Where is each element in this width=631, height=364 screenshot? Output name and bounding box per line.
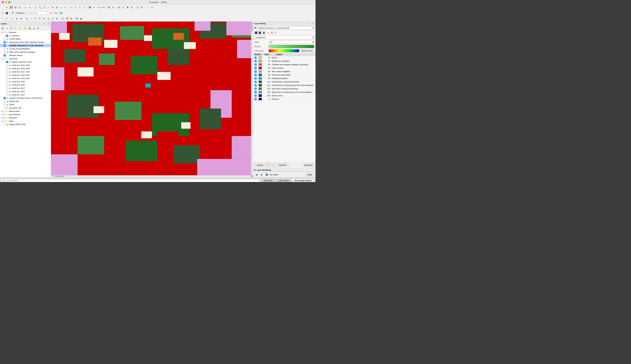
legend-swatch-5[interactable] xyxy=(259,74,262,76)
legend-check-7[interactable] xyxy=(255,81,257,83)
edit-btn2[interactable]: ✎ xyxy=(49,11,53,15)
add-ring-btn[interactable]: ◎ xyxy=(46,16,50,20)
legend-row-12[interactable]: 0 Unknown xyxy=(253,98,315,101)
classify-btn[interactable]: Classify xyxy=(255,164,265,167)
legend-row-3[interactable]: 50 Urban / built up xyxy=(253,66,315,70)
layer-check-land_cover[interactable] xyxy=(3,58,5,60)
save-project-btn[interactable]: 💾 xyxy=(9,6,13,9)
layer-check-reprojected_hrsl[interactable] xyxy=(4,41,6,43)
measure-btn[interactable]: 📏 xyxy=(82,6,86,9)
layer-check-zonal_stats[interactable] xyxy=(3,114,5,116)
field-calc-btn[interactable]: 🖩 xyxy=(126,6,130,9)
draw-line-btn[interactable]: ╱ xyxy=(5,16,9,20)
layer-check-lc2018_3106[interactable] xyxy=(6,68,8,70)
bookmark-btn[interactable]: 🔖 xyxy=(107,6,111,9)
legend-row-10[interactable]: 126 Open forest, not matching any of the… xyxy=(253,90,315,94)
open-project-btn[interactable]: 📂 xyxy=(5,6,9,9)
layer-item-lc2019[interactable]: ▦ LandCover_2019 xyxy=(0,80,51,83)
tab-processing-toolbox[interactable]: Processing Toolbox xyxy=(292,179,315,182)
expand-icon[interactable]: ▶ xyxy=(2,117,3,118)
layer-item-clipped_lc2019[interactable]: ▦ Clipped_LandCover_2019 xyxy=(0,60,51,64)
map-tip-btn[interactable]: 💬 xyxy=(61,16,65,20)
refresh-btn[interactable]: ⟳ xyxy=(111,6,115,9)
prev-style-btn[interactable]: ◀ xyxy=(255,173,258,176)
legend-check-4[interactable] xyxy=(255,70,257,72)
expand-icon[interactable]: ▶ xyxy=(2,32,3,33)
apply-btn[interactable]: Apply xyxy=(305,173,314,176)
layer-item-land_cover[interactable]: ▶ 📁 Land Cover ⊡ xyxy=(0,57,51,60)
processing-btn[interactable]: ⚙ xyxy=(140,6,144,9)
legend-check-8[interactable] xyxy=(255,84,257,86)
digitize-btn[interactable]: ✎ xyxy=(92,6,96,9)
draw-poly-btn[interactable]: ⬜ xyxy=(9,16,13,20)
legend-swatch-4[interactable] xyxy=(259,70,262,73)
legend-swatch-11[interactable] xyxy=(259,94,262,97)
legend-swatch-1[interactable] xyxy=(259,60,262,62)
redo-btn[interactable]: ↪ xyxy=(28,6,32,9)
layer-check-pop_below_20m[interactable] xyxy=(4,107,6,109)
vertical-scrollbar[interactable] xyxy=(251,22,253,175)
layer-check-module9_temp[interactable] xyxy=(4,44,6,47)
simplify-btn[interactable]: ≋ xyxy=(42,16,46,20)
layer-check-clipped_srtm[interactable] xyxy=(4,123,6,126)
legend-check-2[interactable] xyxy=(255,64,257,66)
advanced-btn[interactable]: Advanced xyxy=(303,164,314,167)
legend-row-7[interactable]: 112 Closed forest, evergreen broad leaf xyxy=(253,80,315,84)
legend-check-3[interactable] xyxy=(255,67,257,69)
v-scroll-thumb[interactable] xyxy=(252,22,253,32)
2.5d-btn[interactable]: ⬡ xyxy=(274,31,278,34)
layer-item-module9_temp[interactable]: ⬜ module9_temporary LC_mode_dissolved xyxy=(0,44,51,47)
layer-item-lc2017_3106[interactable]: ▦ LandCover_2017_3106 xyxy=(0,70,51,74)
layer-item-lc2019_3106[interactable]: ▦ LandCover_2019_3106 xyxy=(0,64,51,67)
legend-row-11[interactable]: 200 Oceans, seas xyxy=(253,94,315,98)
legend-swatch-0[interactable] xyxy=(259,56,262,59)
filter-btn[interactable]: ⊞ xyxy=(117,6,121,9)
map-canvas[interactable] xyxy=(51,22,253,177)
copy-feature-btn[interactable]: ⎘ xyxy=(34,16,38,20)
legend-swatch-10[interactable] xyxy=(259,91,262,94)
zoom-next-btn[interactable]: ▷ xyxy=(64,6,67,9)
legend-table[interactable]: 20 Shrubs 30 Herbaceous vegetation 40 Cu… xyxy=(253,56,315,162)
print-btn[interactable]: 🖨 xyxy=(18,6,22,9)
layers-float-btn[interactable]: ⊡ xyxy=(47,22,50,25)
expand-all-btn[interactable]: ⤢ xyxy=(14,26,18,30)
delete-ring-btn[interactable]: ⊖ xyxy=(51,16,55,20)
layer-check-lc2019_3106[interactable] xyxy=(6,64,8,66)
unit-select[interactable]: px xyxy=(99,6,105,9)
layer-item-srtm[interactable]: ▦ SRTM xyxy=(0,103,51,106)
layer-check-lc2017[interactable] xyxy=(6,87,8,89)
add-class-btn[interactable]: + xyxy=(266,163,270,167)
layer-check-srtm_3106[interactable] xyxy=(4,100,6,102)
graduated-btn[interactable]: ▓ xyxy=(262,31,266,34)
filter-layer-btn[interactable]: ⊻ xyxy=(9,26,13,30)
plugin2-btn[interactable]: 🌐 xyxy=(59,11,63,15)
layer-item-srtm_3106[interactable]: ▦ SRTM_3106 xyxy=(0,100,51,103)
fill-ring-btn[interactable]: ⊕ xyxy=(55,16,59,20)
topology-btn[interactable]: ⊗ xyxy=(19,16,23,20)
layer-item-clipped_srtm[interactable]: ▦ clipped_SRTM_3106 xyxy=(0,123,51,126)
collapse-all-btn[interactable]: ⤡ xyxy=(18,26,22,30)
styling-float-btn[interactable]: ⊡ xyxy=(312,22,315,25)
random-colors-btn[interactable]: Random colors xyxy=(300,50,314,52)
legend-check-5[interactable] xyxy=(255,74,257,76)
layer-item-hrsl_bgd[interactable]: ▦ HRSL_BGD_Rajshahi_Population xyxy=(0,50,51,54)
save-as-btn[interactable]: 🖫 xyxy=(14,6,18,9)
expand-icon[interactable]: ▶ xyxy=(2,110,3,112)
layer-check-lc2017_3106[interactable] xyxy=(6,71,8,73)
heatmap-btn[interactable]: 🔥 xyxy=(270,31,274,34)
stats-btn[interactable]: Σ xyxy=(121,6,125,9)
zoom-full-btn[interactable]: ⤢ xyxy=(46,6,50,9)
tab-value-tool[interactable]: Value Tool xyxy=(261,179,275,182)
remove-layer-btn[interactable]: 🗑 xyxy=(28,26,32,30)
live-update-checkbox[interactable] xyxy=(266,174,268,176)
layer-item-lc2016_3106[interactable]: ▦ LandCover_2016_3106 xyxy=(0,74,51,77)
open-layer-source-btn[interactable]: 📂 xyxy=(24,26,28,30)
attr-table-btn[interactable]: ⊟ xyxy=(130,6,134,9)
move-feature-btn[interactable]: ↕ xyxy=(29,16,33,20)
legend-row-1[interactable]: 30 Herbaceous vegetation xyxy=(253,60,315,63)
layer-item-dissolved[interactable]: ▶ 📁 Dissolved ⊡ xyxy=(0,31,51,34)
manage-layers-btn[interactable]: ≡ xyxy=(5,26,9,30)
layer-check-lc2019_nn[interactable] xyxy=(4,48,6,50)
select-poly-btn[interactable]: ⬡ xyxy=(74,6,78,9)
identify-btn[interactable]: ℹ xyxy=(78,6,82,9)
